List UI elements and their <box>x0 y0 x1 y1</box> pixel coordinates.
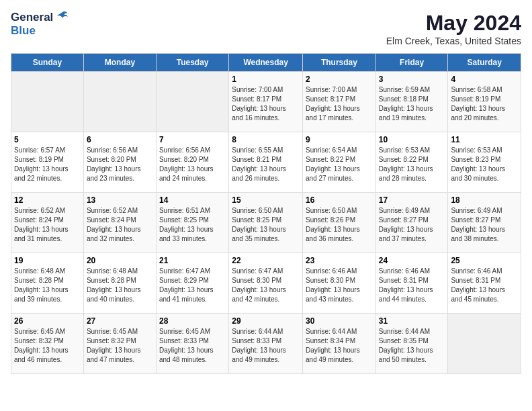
day-number: 16 <box>306 195 373 205</box>
day-info: Sunrise: 6:50 AM Sunset: 8:25 PM Dayligh… <box>232 206 300 244</box>
calendar-subtitle: Elm Creek, Texas, United States <box>386 36 521 46</box>
page-header: General Blue May 2024 Elm Creek, Texas, … <box>11 11 521 46</box>
logo-blue-text: Blue <box>11 24 36 37</box>
calendar-cell: 31Sunrise: 6:44 AM Sunset: 8:35 PM Dayli… <box>375 314 448 374</box>
day-number: 14 <box>159 195 226 205</box>
day-info: Sunrise: 6:49 AM Sunset: 8:27 PM Dayligh… <box>379 206 445 244</box>
calendar-cell: 14Sunrise: 6:51 AM Sunset: 8:25 PM Dayli… <box>156 193 228 253</box>
day-number: 27 <box>87 316 153 326</box>
day-number: 31 <box>379 316 445 326</box>
calendar-cell: 26Sunrise: 6:45 AM Sunset: 8:32 PM Dayli… <box>11 314 84 374</box>
day-number: 12 <box>14 195 81 205</box>
calendar-cell: 27Sunrise: 6:45 AM Sunset: 8:32 PM Dayli… <box>83 314 156 374</box>
day-number: 30 <box>306 316 373 326</box>
day-number: 26 <box>14 316 81 326</box>
day-info: Sunrise: 6:59 AM Sunset: 8:18 PM Dayligh… <box>379 85 445 123</box>
day-number: 22 <box>232 256 300 265</box>
calendar-cell: 9Sunrise: 6:54 AM Sunset: 8:22 PM Daylig… <box>303 132 376 193</box>
day-number: 21 <box>159 256 226 265</box>
calendar-cell <box>83 72 156 132</box>
calendar-cell <box>448 314 521 374</box>
day-number: 23 <box>306 256 373 265</box>
calendar-cell: 15Sunrise: 6:50 AM Sunset: 8:25 PM Dayli… <box>229 193 303 253</box>
day-info: Sunrise: 6:46 AM Sunset: 8:31 PM Dayligh… <box>379 267 445 304</box>
calendar-header-wednesday: Wednesday <box>229 54 303 72</box>
day-number: 18 <box>451 195 518 205</box>
calendar-cell: 18Sunrise: 6:49 AM Sunset: 8:27 PM Dayli… <box>448 193 521 253</box>
day-number: 29 <box>232 316 300 326</box>
day-info: Sunrise: 6:45 AM Sunset: 8:32 PM Dayligh… <box>87 327 153 365</box>
day-number: 25 <box>451 256 518 265</box>
calendar-cell: 28Sunrise: 6:45 AM Sunset: 8:33 PM Dayli… <box>156 314 228 374</box>
day-number: 1 <box>232 75 300 84</box>
day-info: Sunrise: 6:55 AM Sunset: 8:21 PM Dayligh… <box>232 146 300 183</box>
day-info: Sunrise: 6:53 AM Sunset: 8:22 PM Dayligh… <box>379 146 445 183</box>
day-info: Sunrise: 6:45 AM Sunset: 8:33 PM Dayligh… <box>159 327 226 365</box>
calendar-week-row: 12Sunrise: 6:52 AM Sunset: 8:24 PM Dayli… <box>11 193 521 253</box>
day-info: Sunrise: 6:46 AM Sunset: 8:30 PM Dayligh… <box>306 267 373 304</box>
calendar-cell: 1Sunrise: 7:00 AM Sunset: 8:17 PM Daylig… <box>229 72 303 132</box>
calendar-cell: 24Sunrise: 6:46 AM Sunset: 8:31 PM Dayli… <box>375 253 448 314</box>
calendar-cell: 13Sunrise: 6:52 AM Sunset: 8:24 PM Dayli… <box>83 193 156 253</box>
day-info: Sunrise: 7:00 AM Sunset: 8:17 PM Dayligh… <box>306 85 373 123</box>
day-number: 15 <box>232 195 300 205</box>
day-info: Sunrise: 6:50 AM Sunset: 8:26 PM Dayligh… <box>306 206 373 244</box>
day-number: 11 <box>451 135 518 144</box>
day-number: 24 <box>379 256 445 265</box>
day-number: 13 <box>87 195 153 205</box>
calendar-cell: 3Sunrise: 6:59 AM Sunset: 8:18 PM Daylig… <box>375 72 448 132</box>
calendar-header-tuesday: Tuesday <box>156 54 228 72</box>
day-info: Sunrise: 6:51 AM Sunset: 8:25 PM Dayligh… <box>159 206 226 244</box>
calendar-cell: 19Sunrise: 6:48 AM Sunset: 8:28 PM Dayli… <box>11 253 84 314</box>
day-number: 19 <box>14 256 81 265</box>
calendar-week-row: 5Sunrise: 6:57 AM Sunset: 8:19 PM Daylig… <box>11 132 521 193</box>
calendar-cell: 25Sunrise: 6:46 AM Sunset: 8:31 PM Dayli… <box>448 253 521 314</box>
calendar-header-friday: Friday <box>375 54 448 72</box>
day-number: 8 <box>232 135 300 144</box>
calendar-week-row: 1Sunrise: 7:00 AM Sunset: 8:17 PM Daylig… <box>11 72 521 132</box>
day-info: Sunrise: 6:56 AM Sunset: 8:20 PM Dayligh… <box>87 146 153 183</box>
calendar-cell: 22Sunrise: 6:47 AM Sunset: 8:30 PM Dayli… <box>229 253 303 314</box>
day-info: Sunrise: 6:56 AM Sunset: 8:20 PM Dayligh… <box>159 146 226 183</box>
day-info: Sunrise: 6:47 AM Sunset: 8:30 PM Dayligh… <box>232 267 300 304</box>
day-info: Sunrise: 6:44 AM Sunset: 8:35 PM Dayligh… <box>379 327 445 365</box>
day-info: Sunrise: 6:46 AM Sunset: 8:31 PM Dayligh… <box>451 267 518 304</box>
day-info: Sunrise: 6:57 AM Sunset: 8:19 PM Dayligh… <box>14 146 81 183</box>
day-number: 6 <box>87 135 153 144</box>
calendar-header-saturday: Saturday <box>448 54 521 72</box>
calendar-cell: 21Sunrise: 6:47 AM Sunset: 8:29 PM Dayli… <box>156 253 228 314</box>
calendar-cell: 11Sunrise: 6:53 AM Sunset: 8:23 PM Dayli… <box>448 132 521 193</box>
day-info: Sunrise: 6:58 AM Sunset: 8:19 PM Dayligh… <box>451 85 518 123</box>
day-info: Sunrise: 6:45 AM Sunset: 8:32 PM Dayligh… <box>14 327 81 365</box>
calendar-week-row: 19Sunrise: 6:48 AM Sunset: 8:28 PM Dayli… <box>11 253 521 314</box>
calendar-cell: 10Sunrise: 6:53 AM Sunset: 8:22 PM Dayli… <box>375 132 448 193</box>
calendar-header-sunday: Sunday <box>11 54 84 72</box>
logo-bird-icon <box>54 11 69 24</box>
calendar-table: SundayMondayTuesdayWednesdayThursdayFrid… <box>11 53 521 374</box>
day-number: 7 <box>159 135 226 144</box>
calendar-cell: 5Sunrise: 6:57 AM Sunset: 8:19 PM Daylig… <box>11 132 84 193</box>
calendar-cell: 2Sunrise: 7:00 AM Sunset: 8:17 PM Daylig… <box>303 72 376 132</box>
calendar-cell: 20Sunrise: 6:48 AM Sunset: 8:28 PM Dayli… <box>83 253 156 314</box>
logo-general-text: General <box>11 11 53 24</box>
calendar-cell: 16Sunrise: 6:50 AM Sunset: 8:26 PM Dayli… <box>303 193 376 253</box>
day-info: Sunrise: 6:47 AM Sunset: 8:29 PM Dayligh… <box>159 267 226 304</box>
calendar-title: May 2024 <box>386 11 521 36</box>
calendar-cell <box>156 72 228 132</box>
calendar-header-thursday: Thursday <box>303 54 376 72</box>
calendar-cell <box>11 72 84 132</box>
calendar-cell: 30Sunrise: 6:44 AM Sunset: 8:34 PM Dayli… <box>303 314 376 374</box>
day-number: 2 <box>306 75 373 84</box>
day-info: Sunrise: 6:52 AM Sunset: 8:24 PM Dayligh… <box>87 206 153 244</box>
calendar-cell: 4Sunrise: 6:58 AM Sunset: 8:19 PM Daylig… <box>448 72 521 132</box>
calendar-cell: 23Sunrise: 6:46 AM Sunset: 8:30 PM Dayli… <box>303 253 376 314</box>
calendar-header-row: SundayMondayTuesdayWednesdayThursdayFrid… <box>11 54 521 72</box>
day-info: Sunrise: 6:54 AM Sunset: 8:22 PM Dayligh… <box>306 146 373 183</box>
day-number: 17 <box>379 195 445 205</box>
calendar-cell: 8Sunrise: 6:55 AM Sunset: 8:21 PM Daylig… <box>229 132 303 193</box>
day-info: Sunrise: 6:44 AM Sunset: 8:34 PM Dayligh… <box>306 327 373 365</box>
day-number: 10 <box>379 135 445 144</box>
calendar-header-monday: Monday <box>83 54 156 72</box>
calendar-week-row: 26Sunrise: 6:45 AM Sunset: 8:32 PM Dayli… <box>11 314 521 374</box>
calendar-title-area: May 2024 Elm Creek, Texas, United States <box>386 11 521 46</box>
